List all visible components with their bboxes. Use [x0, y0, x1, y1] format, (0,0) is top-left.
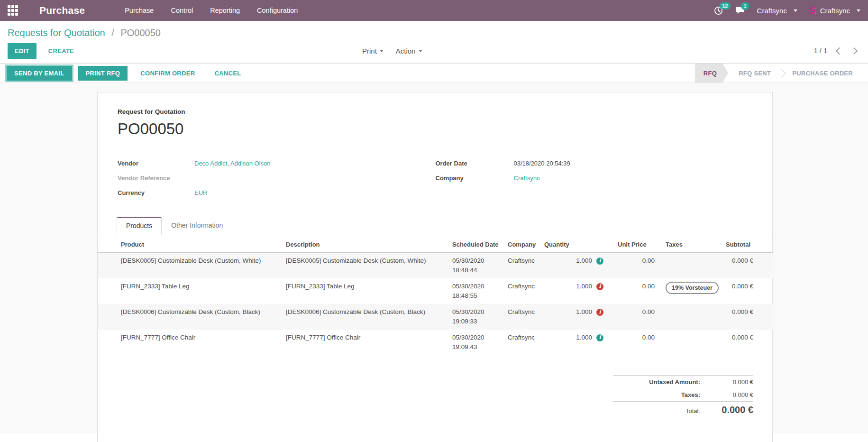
send-by-email-button[interactable]: SEND BY EMAIL — [7, 66, 72, 81]
scheduled-date: 05/30/2020 — [452, 333, 499, 342]
quantity-value: 1.000 — [576, 333, 592, 342]
record-pager: 1 / 1 — [814, 47, 857, 55]
header-company[interactable]: Company — [499, 234, 544, 253]
next-record-button[interactable] — [850, 47, 858, 55]
status-step-purchase-order[interactable]: PURCHASE ORDER — [782, 70, 863, 77]
vendor-reference-label: Vendor Reference — [118, 175, 194, 182]
header-taxes[interactable]: Taxes — [655, 234, 726, 253]
cell-unit-price: 0.00 — [618, 330, 655, 355]
total-label: Total: — [685, 407, 700, 414]
user-menu[interactable]: S Craftsync — [810, 5, 860, 16]
cell-subtotal: 0.000 € — [726, 304, 773, 330]
table-row[interactable]: [DESK0005] Customizable Desk (Custom, Wh… — [98, 253, 773, 279]
breadcrumb-requests-for-quotation[interactable]: Requests for Quotation — [8, 28, 105, 38]
order-lines-table: Product Description Scheduled Date Compa… — [98, 234, 773, 355]
info-icon[interactable] — [596, 283, 603, 290]
action-dropdown-label: Action — [396, 47, 416, 55]
cell-scheduled-date: 05/30/2020 19:09:33 — [429, 304, 499, 330]
cell-description: [FURN_7777] Office Chair — [263, 330, 429, 355]
cell-subtotal: 0.000 € — [726, 278, 773, 304]
header-quantity[interactable]: Quantity — [544, 234, 618, 253]
header-product[interactable]: Product — [98, 234, 263, 253]
table-row[interactable]: [DESK0006] Customizable Desk (Custom, Bl… — [98, 304, 773, 330]
cell-company: Craftsync — [499, 253, 544, 279]
tax-badge: 19% Vorsteuer — [666, 282, 719, 294]
vendor-value-link[interactable]: Deco Addict, Addison Olson — [194, 160, 270, 167]
user-avatar: S — [810, 5, 816, 16]
messages-button[interactable]: 1 — [735, 6, 745, 15]
user-name-label: Craftsync — [820, 7, 850, 15]
company-switcher-label: Craftsync — [757, 7, 787, 15]
cell-description: [DESK0005] Customizable Desk (Custom, Wh… — [263, 253, 429, 279]
cell-taxes — [655, 253, 726, 279]
app-title[interactable]: Purchase — [39, 5, 85, 16]
currency-value-link[interactable]: EUR — [194, 189, 207, 196]
cell-subtotal: 0.000 € — [726, 253, 773, 279]
caret-down-icon — [857, 9, 860, 12]
cancel-button[interactable]: CANCEL — [208, 66, 247, 81]
document-type-label: Request for Quotation — [118, 108, 753, 115]
taxes-total-value: 0.000 € — [700, 391, 753, 398]
table-row[interactable]: [FURN_2333] Table Leg [FURN_2333] Table … — [98, 278, 773, 304]
untaxed-amount-label: Untaxed Amount: — [649, 378, 700, 386]
cell-product: [DESK0006] Customizable Desk (Custom, Bl… — [98, 304, 263, 330]
action-dropdown[interactable]: Action — [396, 47, 422, 55]
form-sheet: Request for Quotation PO00050 Vendor Dec… — [97, 92, 773, 442]
info-icon[interactable] — [596, 258, 603, 265]
caret-down-icon — [380, 50, 384, 52]
cell-unit-price: 0.00 — [618, 278, 655, 304]
previous-record-button[interactable] — [836, 47, 843, 55]
print-rfq-button[interactable]: PRINT RFQ — [78, 66, 128, 81]
cell-quantity: 1.000 — [544, 304, 618, 330]
cell-scheduled-date: 05/30/2020 19:09:43 — [429, 330, 499, 355]
scheduled-time: 18:48:44 — [452, 266, 499, 275]
header-description[interactable]: Description — [263, 234, 429, 253]
cell-quantity: 1.000 — [544, 253, 618, 279]
table-row[interactable]: [FURN_7777] Office Chair [FURN_7777] Off… — [98, 330, 773, 355]
top-navbar: Purchase Purchase Control Reporting Conf… — [0, 0, 868, 21]
cell-taxes — [655, 304, 726, 330]
company-value-link[interactable]: Craftsync — [514, 175, 540, 182]
menu-control[interactable]: Control — [164, 0, 200, 21]
company-label: Company — [436, 175, 514, 182]
menu-purchase[interactable]: Purchase — [118, 0, 160, 21]
cell-scheduled-date: 05/30/2020 18:48:44 — [429, 253, 499, 279]
document-reference-title: PO00050 — [118, 120, 753, 138]
scheduled-time: 19:09:43 — [452, 342, 499, 352]
status-step-rfq[interactable]: RFQ — [695, 64, 728, 83]
tab-other-information[interactable]: Other Information — [162, 217, 232, 234]
currency-label: Currency — [118, 189, 194, 196]
scheduled-date: 05/30/2020 — [452, 307, 499, 317]
totals-section: Untaxed Amount: 0.000 € Taxes: 0.000 € T… — [613, 375, 753, 418]
print-dropdown[interactable]: Print — [362, 47, 384, 55]
cell-taxes: 19% Vorsteuer — [655, 278, 726, 304]
scheduled-time: 19:09:33 — [452, 317, 499, 326]
create-button[interactable]: CREATE — [41, 43, 81, 59]
tab-products[interactable]: Products — [117, 217, 162, 234]
activities-button[interactable]: 12 — [714, 6, 723, 15]
info-icon[interactable] — [596, 309, 603, 316]
menu-configuration[interactable]: Configuration — [250, 0, 304, 21]
company-switcher[interactable]: Craftsync — [757, 7, 797, 15]
cell-product: [FURN_2333] Table Leg — [98, 278, 263, 304]
taxes-total-label: Taxes: — [681, 391, 700, 398]
message-count-badge: 1 — [741, 2, 749, 10]
menu-reporting[interactable]: Reporting — [203, 0, 247, 21]
breadcrumb: Requests for Quotation / PO00050 — [8, 28, 860, 38]
status-steps: RFQ RFQ SENT PURCHASE ORDER — [695, 64, 863, 83]
quantity-value: 1.000 — [576, 307, 592, 317]
control-panel: Requests for Quotation / PO00050 EDIT CR… — [0, 21, 868, 63]
confirm-order-button[interactable]: CONFIRM ORDER — [134, 66, 201, 81]
header-unit-price[interactable]: Unit Price — [618, 234, 655, 253]
cell-unit-price: 0.00 — [618, 253, 655, 279]
cell-quantity: 1.000 — [544, 278, 618, 304]
header-subtotal[interactable]: Subtotal — [726, 234, 773, 253]
edit-button[interactable]: EDIT — [8, 43, 37, 59]
order-date-label: Order Date — [436, 160, 514, 167]
apps-menu-icon[interactable] — [8, 5, 18, 16]
scheduled-date: 05/30/2020 — [452, 256, 499, 266]
header-scheduled-date[interactable]: Scheduled Date — [429, 234, 499, 253]
status-step-rfq-sent[interactable]: RFQ SENT — [728, 70, 781, 77]
cell-company: Craftsync — [499, 278, 544, 304]
info-icon[interactable] — [596, 334, 603, 341]
